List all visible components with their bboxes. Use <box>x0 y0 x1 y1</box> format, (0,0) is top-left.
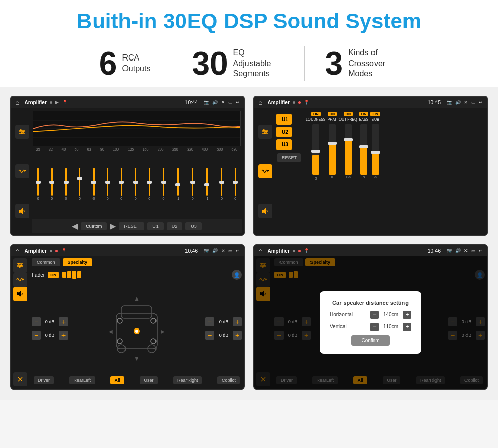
u3-btn[interactable]: U3 <box>185 222 202 230</box>
reset-btn-2[interactable]: RESET <box>277 153 301 162</box>
minimize-icon-3[interactable]: ▭ <box>228 248 233 253</box>
minus-tr[interactable]: − <box>205 317 214 326</box>
fader-wave-btn[interactable] <box>13 273 27 287</box>
eq-slider-8[interactable]: 0 <box>148 168 150 203</box>
fader-on-toggle[interactable]: ON <box>48 272 59 278</box>
minus-tl[interactable]: − <box>32 317 41 326</box>
horizontal-plus[interactable]: + <box>403 311 411 319</box>
home-icon-2[interactable] <box>258 98 262 106</box>
preset-u2[interactable]: U2 <box>276 127 292 137</box>
crossover-filter-btn[interactable] <box>258 125 272 139</box>
plus-tl[interactable]: + <box>59 317 68 326</box>
plus-br[interactable]: + <box>233 331 242 340</box>
eq-speaker-btn[interactable] <box>15 204 29 218</box>
volume-icon-2[interactable]: 🔊 <box>455 100 461 105</box>
minus-bl[interactable]: − <box>32 331 41 340</box>
home-icon[interactable] <box>15 98 19 106</box>
horizontal-value: 140cm <box>381 312 401 317</box>
svg-rect-6 <box>19 210 21 213</box>
svg-point-16 <box>264 132 266 134</box>
user-btn[interactable]: User <box>140 376 158 384</box>
volume-icon-3[interactable]: 🔊 <box>212 248 218 253</box>
screenshot-dialog: Amplifier 📍 10:46 📷 🔊 ✕ ▭ ↩ <box>253 244 488 390</box>
eq-slider-1[interactable]: 0 <box>51 168 53 203</box>
u2-btn[interactable]: U2 <box>167 222 183 230</box>
driver-btn[interactable]: Driver <box>34 376 54 384</box>
fader-filter-btn[interactable] <box>13 258 27 273</box>
minimize-icon-4[interactable]: ▭ <box>471 248 476 253</box>
volume-icon[interactable]: 🔊 <box>212 100 218 105</box>
common-tab[interactable]: Common <box>32 258 60 266</box>
u1-btn[interactable]: U1 <box>147 222 164 230</box>
all-btn[interactable]: All <box>110 376 124 384</box>
play-icon[interactable]: ▶ <box>55 100 59 105</box>
location-icon: 📍 <box>62 100 68 105</box>
dialog-horizontal-row: Horizontal − 140cm + <box>330 311 411 319</box>
eq-filter-btn[interactable] <box>15 125 29 139</box>
eq-slider-5[interactable]: 0 <box>107 168 109 203</box>
dialog-title: Car speaker distance setting <box>330 300 411 306</box>
specialty-tab[interactable]: Specialty <box>63 258 93 266</box>
home-icon-4[interactable] <box>258 247 262 255</box>
plus-tr[interactable]: + <box>233 317 242 326</box>
eq-slider-6[interactable]: 0 <box>120 168 122 203</box>
eq-slider-2[interactable]: 0 <box>65 168 67 203</box>
back-icon-2[interactable]: ↩ <box>479 100 483 105</box>
custom-btn[interactable]: Custom <box>81 222 107 230</box>
back-icon-3[interactable]: ↩ <box>236 248 240 253</box>
eq-slider-10[interactable]: -1 <box>176 168 179 203</box>
profile-icon[interactable]: 👤 <box>232 270 242 280</box>
svg-marker-7 <box>21 208 23 214</box>
close-icon-2[interactable]: ✕ <box>464 100 468 105</box>
eq-sliders-row: 0 0 0 5 0 0 0 0 0 0 -1 0 -1 0 0 <box>32 152 242 219</box>
back-icon-4[interactable]: ↩ <box>479 248 483 253</box>
eq-slider-9[interactable]: 0 <box>163 168 165 203</box>
confirm-button[interactable]: Confirm <box>351 335 389 346</box>
copilot-btn[interactable]: Copilot <box>217 376 240 384</box>
crossover-speaker-btn[interactable] <box>258 204 272 218</box>
plus-bl[interactable]: + <box>59 331 68 340</box>
svg-point-4 <box>22 131 24 133</box>
preset-u3[interactable]: U3 <box>276 139 292 150</box>
horizontal-minus[interactable]: − <box>370 311 379 319</box>
eq-slider-3[interactable]: 5 <box>79 168 81 203</box>
svg-point-24 <box>19 266 21 268</box>
home-icon-3[interactable] <box>15 247 19 255</box>
close-icon[interactable]: ✕ <box>221 100 225 105</box>
reset-nav-btn[interactable]: RESET <box>119 222 144 230</box>
rec-dot <box>298 101 301 104</box>
minus-br[interactable]: − <box>205 331 214 340</box>
eq-slider-14[interactable]: 0 <box>234 168 236 203</box>
next-btn[interactable]: ▶ <box>110 221 116 231</box>
crossover-wave-btn[interactable] <box>258 164 272 178</box>
eq-wave-btn[interactable] <box>15 164 29 178</box>
eq-slider-13[interactable]: 0 <box>221 168 223 203</box>
rearleft-btn[interactable]: RearLeft <box>69 376 95 384</box>
status-bar-1: Amplifier ▶ 📍 10:44 📷 🔊 ✕ ▭ ↩ <box>11 97 244 108</box>
vertical-plus[interactable]: + <box>403 323 411 331</box>
volume-icon-4[interactable]: 🔊 <box>455 248 461 253</box>
minimize-icon-2[interactable]: ▭ <box>471 100 476 105</box>
back-icon[interactable]: ↩ <box>236 100 240 105</box>
eq-slider-12[interactable]: -1 <box>205 168 208 203</box>
svg-point-3 <box>20 129 22 131</box>
close-icon-4[interactable]: ✕ <box>464 248 468 253</box>
status-bar-2: Amplifier 📍 10:45 📷 🔊 ✕ ▭ ↩ <box>254 97 487 108</box>
location-icon-2: 📍 <box>304 100 309 105</box>
rearright-btn[interactable]: RearRight <box>173 376 202 384</box>
svg-point-5 <box>21 132 23 134</box>
eq-slider-7[interactable]: 0 <box>135 168 137 203</box>
eq-slider-11[interactable]: 0 <box>192 168 194 203</box>
fader-speaker-btn[interactable] <box>13 287 27 301</box>
eq-slider-4[interactable]: 0 <box>92 168 95 203</box>
close-icon-3[interactable]: ✕ <box>221 248 225 253</box>
status-bar-4: Amplifier 📍 10:46 📷 🔊 ✕ ▭ ↩ <box>254 245 487 256</box>
minimize-icon[interactable]: ▭ <box>228 100 233 105</box>
vertical-controls: − 110cm + <box>370 323 411 331</box>
fader-expand-btn[interactable] <box>13 372 27 386</box>
vertical-minus[interactable]: − <box>370 323 379 331</box>
eq-slider-0[interactable]: 0 <box>37 168 39 203</box>
prev-btn[interactable]: ◀ <box>72 221 78 231</box>
camera-icon: 📷 <box>204 100 209 105</box>
preset-u1[interactable]: U1 <box>276 114 292 125</box>
